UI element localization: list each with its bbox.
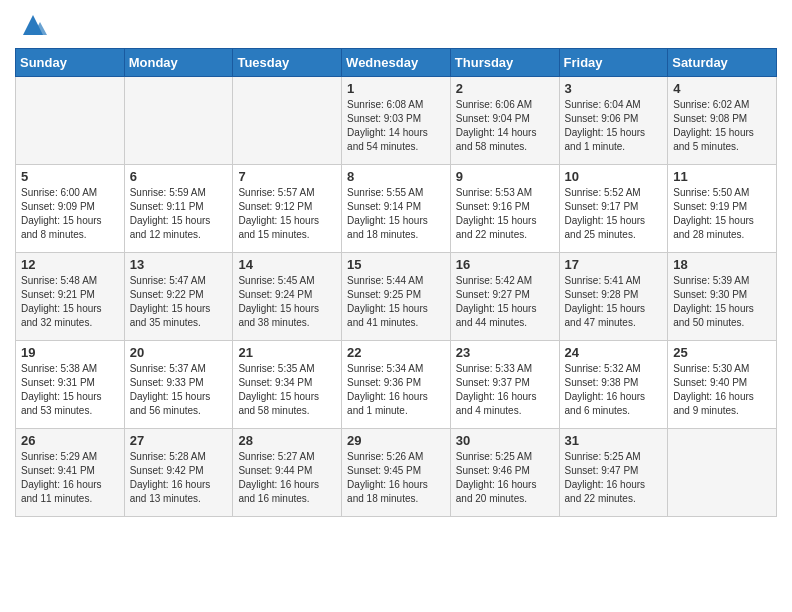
day-number: 4 — [673, 81, 771, 96]
day-cell: 31Sunrise: 5:25 AM Sunset: 9:47 PM Dayli… — [559, 429, 668, 517]
day-cell — [16, 77, 125, 165]
day-number: 1 — [347, 81, 445, 96]
day-cell: 16Sunrise: 5:42 AM Sunset: 9:27 PM Dayli… — [450, 253, 559, 341]
day-cell: 19Sunrise: 5:38 AM Sunset: 9:31 PM Dayli… — [16, 341, 125, 429]
day-info: Sunrise: 5:27 AM Sunset: 9:44 PM Dayligh… — [238, 450, 336, 506]
day-cell: 30Sunrise: 5:25 AM Sunset: 9:46 PM Dayli… — [450, 429, 559, 517]
day-cell: 28Sunrise: 5:27 AM Sunset: 9:44 PM Dayli… — [233, 429, 342, 517]
logo — [15, 10, 48, 40]
day-number: 28 — [238, 433, 336, 448]
day-info: Sunrise: 5:37 AM Sunset: 9:33 PM Dayligh… — [130, 362, 228, 418]
day-cell: 20Sunrise: 5:37 AM Sunset: 9:33 PM Dayli… — [124, 341, 233, 429]
day-number: 25 — [673, 345, 771, 360]
day-number: 26 — [21, 433, 119, 448]
day-info: Sunrise: 5:28 AM Sunset: 9:42 PM Dayligh… — [130, 450, 228, 506]
day-info: Sunrise: 5:42 AM Sunset: 9:27 PM Dayligh… — [456, 274, 554, 330]
day-cell: 1Sunrise: 6:08 AM Sunset: 9:03 PM Daylig… — [342, 77, 451, 165]
day-info: Sunrise: 5:35 AM Sunset: 9:34 PM Dayligh… — [238, 362, 336, 418]
day-info: Sunrise: 5:25 AM Sunset: 9:46 PM Dayligh… — [456, 450, 554, 506]
day-info: Sunrise: 6:00 AM Sunset: 9:09 PM Dayligh… — [21, 186, 119, 242]
day-info: Sunrise: 5:59 AM Sunset: 9:11 PM Dayligh… — [130, 186, 228, 242]
week-row-4: 19Sunrise: 5:38 AM Sunset: 9:31 PM Dayli… — [16, 341, 777, 429]
day-cell: 17Sunrise: 5:41 AM Sunset: 9:28 PM Dayli… — [559, 253, 668, 341]
day-number: 30 — [456, 433, 554, 448]
day-number: 14 — [238, 257, 336, 272]
day-cell — [124, 77, 233, 165]
day-number: 15 — [347, 257, 445, 272]
day-cell: 29Sunrise: 5:26 AM Sunset: 9:45 PM Dayli… — [342, 429, 451, 517]
day-cell: 10Sunrise: 5:52 AM Sunset: 9:17 PM Dayli… — [559, 165, 668, 253]
day-cell: 22Sunrise: 5:34 AM Sunset: 9:36 PM Dayli… — [342, 341, 451, 429]
day-info: Sunrise: 5:50 AM Sunset: 9:19 PM Dayligh… — [673, 186, 771, 242]
day-info: Sunrise: 5:25 AM Sunset: 9:47 PM Dayligh… — [565, 450, 663, 506]
calendar-table: SundayMondayTuesdayWednesdayThursdayFrid… — [15, 48, 777, 517]
day-number: 29 — [347, 433, 445, 448]
day-cell: 27Sunrise: 5:28 AM Sunset: 9:42 PM Dayli… — [124, 429, 233, 517]
day-info: Sunrise: 5:47 AM Sunset: 9:22 PM Dayligh… — [130, 274, 228, 330]
day-cell: 23Sunrise: 5:33 AM Sunset: 9:37 PM Dayli… — [450, 341, 559, 429]
day-info: Sunrise: 5:39 AM Sunset: 9:30 PM Dayligh… — [673, 274, 771, 330]
week-row-3: 12Sunrise: 5:48 AM Sunset: 9:21 PM Dayli… — [16, 253, 777, 341]
day-number: 21 — [238, 345, 336, 360]
day-cell: 2Sunrise: 6:06 AM Sunset: 9:04 PM Daylig… — [450, 77, 559, 165]
day-cell: 14Sunrise: 5:45 AM Sunset: 9:24 PM Dayli… — [233, 253, 342, 341]
header-tuesday: Tuesday — [233, 49, 342, 77]
day-number: 23 — [456, 345, 554, 360]
day-number: 5 — [21, 169, 119, 184]
day-info: Sunrise: 5:57 AM Sunset: 9:12 PM Dayligh… — [238, 186, 336, 242]
day-number: 22 — [347, 345, 445, 360]
day-number: 19 — [21, 345, 119, 360]
day-info: Sunrise: 5:26 AM Sunset: 9:45 PM Dayligh… — [347, 450, 445, 506]
day-number: 9 — [456, 169, 554, 184]
day-number: 13 — [130, 257, 228, 272]
week-row-2: 5Sunrise: 6:00 AM Sunset: 9:09 PM Daylig… — [16, 165, 777, 253]
week-row-1: 1Sunrise: 6:08 AM Sunset: 9:03 PM Daylig… — [16, 77, 777, 165]
day-info: Sunrise: 5:32 AM Sunset: 9:38 PM Dayligh… — [565, 362, 663, 418]
day-number: 10 — [565, 169, 663, 184]
page-header — [15, 10, 777, 40]
day-cell: 15Sunrise: 5:44 AM Sunset: 9:25 PM Dayli… — [342, 253, 451, 341]
day-cell — [233, 77, 342, 165]
day-info: Sunrise: 5:48 AM Sunset: 9:21 PM Dayligh… — [21, 274, 119, 330]
day-info: Sunrise: 5:53 AM Sunset: 9:16 PM Dayligh… — [456, 186, 554, 242]
day-number: 17 — [565, 257, 663, 272]
header-wednesday: Wednesday — [342, 49, 451, 77]
day-cell: 8Sunrise: 5:55 AM Sunset: 9:14 PM Daylig… — [342, 165, 451, 253]
header-row: SundayMondayTuesdayWednesdayThursdayFrid… — [16, 49, 777, 77]
day-cell: 26Sunrise: 5:29 AM Sunset: 9:41 PM Dayli… — [16, 429, 125, 517]
day-number: 12 — [21, 257, 119, 272]
day-number: 7 — [238, 169, 336, 184]
day-info: Sunrise: 5:29 AM Sunset: 9:41 PM Dayligh… — [21, 450, 119, 506]
day-info: Sunrise: 5:38 AM Sunset: 9:31 PM Dayligh… — [21, 362, 119, 418]
day-number: 11 — [673, 169, 771, 184]
day-number: 16 — [456, 257, 554, 272]
day-info: Sunrise: 5:33 AM Sunset: 9:37 PM Dayligh… — [456, 362, 554, 418]
day-number: 27 — [130, 433, 228, 448]
day-cell: 11Sunrise: 5:50 AM Sunset: 9:19 PM Dayli… — [668, 165, 777, 253]
day-number: 24 — [565, 345, 663, 360]
day-info: Sunrise: 6:06 AM Sunset: 9:04 PM Dayligh… — [456, 98, 554, 154]
day-cell: 24Sunrise: 5:32 AM Sunset: 9:38 PM Dayli… — [559, 341, 668, 429]
day-number: 20 — [130, 345, 228, 360]
day-cell: 9Sunrise: 5:53 AM Sunset: 9:16 PM Daylig… — [450, 165, 559, 253]
day-cell: 12Sunrise: 5:48 AM Sunset: 9:21 PM Dayli… — [16, 253, 125, 341]
day-info: Sunrise: 5:30 AM Sunset: 9:40 PM Dayligh… — [673, 362, 771, 418]
day-info: Sunrise: 5:52 AM Sunset: 9:17 PM Dayligh… — [565, 186, 663, 242]
day-cell: 18Sunrise: 5:39 AM Sunset: 9:30 PM Dayli… — [668, 253, 777, 341]
day-info: Sunrise: 5:45 AM Sunset: 9:24 PM Dayligh… — [238, 274, 336, 330]
day-cell: 25Sunrise: 5:30 AM Sunset: 9:40 PM Dayli… — [668, 341, 777, 429]
day-cell: 4Sunrise: 6:02 AM Sunset: 9:08 PM Daylig… — [668, 77, 777, 165]
day-cell: 7Sunrise: 5:57 AM Sunset: 9:12 PM Daylig… — [233, 165, 342, 253]
day-number: 2 — [456, 81, 554, 96]
day-cell: 6Sunrise: 5:59 AM Sunset: 9:11 PM Daylig… — [124, 165, 233, 253]
week-row-5: 26Sunrise: 5:29 AM Sunset: 9:41 PM Dayli… — [16, 429, 777, 517]
day-number: 8 — [347, 169, 445, 184]
day-info: Sunrise: 5:55 AM Sunset: 9:14 PM Dayligh… — [347, 186, 445, 242]
day-cell: 5Sunrise: 6:00 AM Sunset: 9:09 PM Daylig… — [16, 165, 125, 253]
day-info: Sunrise: 6:02 AM Sunset: 9:08 PM Dayligh… — [673, 98, 771, 154]
logo-icon — [18, 10, 48, 40]
day-cell: 3Sunrise: 6:04 AM Sunset: 9:06 PM Daylig… — [559, 77, 668, 165]
header-saturday: Saturday — [668, 49, 777, 77]
header-thursday: Thursday — [450, 49, 559, 77]
day-number: 6 — [130, 169, 228, 184]
